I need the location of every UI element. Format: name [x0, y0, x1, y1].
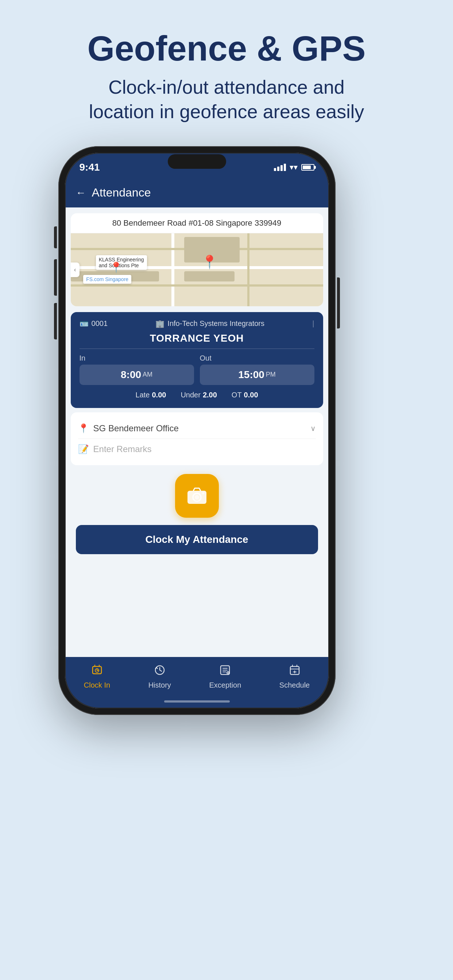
dynamic-island: [168, 154, 226, 169]
info-card: 🪪 0001 🏢 Info-Tech Systems Integrators |…: [71, 312, 323, 408]
svg-point-2: [195, 495, 199, 500]
clock-in-tab-icon: [91, 664, 103, 679]
map-container[interactable]: KLASS Engineeringand Solutions Pte FS.co…: [71, 233, 323, 306]
page-title: Geofence & GPS: [88, 29, 366, 68]
map-pin-blue: 📍: [110, 261, 123, 274]
employee-id-item: 🪪 0001: [80, 320, 108, 328]
clock-out-box: Out 15:00 PM: [200, 354, 314, 385]
location-icon: 📍: [78, 423, 89, 433]
clock-my-attendance-button[interactable]: Clock My Attendance: [76, 525, 318, 554]
nav-title: Attendance: [92, 186, 151, 199]
ot-label: OT: [231, 391, 242, 399]
back-button[interactable]: ←: [76, 187, 86, 199]
info-meta: 🪪 0001 🏢 Info-Tech Systems Integrators |: [80, 320, 314, 328]
map-background: KLASS Engineeringand Solutions Pte FS.co…: [71, 233, 323, 306]
page-wrapper: Geofence & GPS Clock-in/out attendance a…: [58, 29, 395, 715]
svg-point-3: [202, 492, 204, 495]
map-address: 80 Bendemeer Road #01-08 Singapore 33994…: [71, 213, 323, 233]
signal-icon: [274, 164, 286, 171]
clock-in-ampm: AM: [143, 371, 152, 379]
tab-exception-label: Exception: [209, 681, 241, 689]
main-content: 80 Bendemeer Road #01-08 Singapore 33994…: [65, 207, 329, 657]
camera-section: [65, 474, 329, 518]
ot-stat: OT 0.00: [231, 391, 258, 399]
volume-up-button: [54, 259, 57, 296]
late-stat: Late 0.00: [136, 391, 166, 399]
map-road: [71, 285, 323, 286]
tab-schedule[interactable]: Schedule: [279, 664, 309, 689]
stats-row: Late 0.00 Under 2.00 OT 0.00: [80, 391, 314, 399]
under-label: Under: [180, 391, 200, 399]
clock-out-time[interactable]: 15:00 PM: [200, 364, 314, 385]
home-indicator: [65, 700, 329, 708]
map-road: [171, 233, 174, 306]
ot-value: 0.00: [244, 391, 258, 399]
tab-clock-in-label: Clock In: [84, 681, 110, 689]
tab-history-label: History: [148, 681, 171, 689]
volume-down-button: [54, 303, 57, 339]
time-row: In 8:00 AM Out 15:00 PM: [80, 354, 314, 385]
map-road: [247, 233, 249, 306]
phone-screen: 9:41 ▾▾ ← Attendance: [65, 153, 329, 708]
power-button: [337, 277, 340, 328]
tab-bar: Clock In History: [65, 657, 329, 700]
under-value: 2.00: [203, 391, 217, 399]
wifi-icon: ▾▾: [290, 162, 298, 172]
schedule-tab-icon: [289, 664, 301, 679]
status-time: 9:41: [80, 162, 100, 173]
home-bar: [164, 700, 230, 703]
bottom-spacer: [65, 560, 329, 657]
company-name: Info-Tech Systems Integrators: [167, 320, 265, 328]
id-icon: 🪪: [80, 320, 89, 328]
status-icons: ▾▾: [274, 162, 314, 172]
late-value: 0.00: [152, 391, 166, 399]
battery-icon: [301, 164, 314, 170]
volume-silent-button: [54, 226, 57, 248]
clock-btn-section: Clock My Attendance: [65, 525, 329, 560]
tab-history[interactable]: History: [148, 664, 171, 689]
remarks-icon: 📝: [78, 444, 89, 454]
history-tab-icon: [154, 664, 166, 679]
exception-tab-icon: [219, 664, 231, 679]
under-stat: Under 2.00: [180, 391, 217, 399]
company-icon: 🏢: [155, 320, 164, 328]
clock-in-time[interactable]: 8:00 AM: [80, 364, 194, 385]
camera-icon: [186, 485, 208, 507]
page-header: Geofence & GPS Clock-in/out attendance a…: [58, 29, 395, 124]
form-section: 📍 SG Bendemeer Office ∨ 📝 Enter Remarks: [71, 412, 323, 465]
nav-header: ← Attendance: [65, 178, 329, 207]
tab-schedule-label: Schedule: [279, 681, 309, 689]
phone-frame: 9:41 ▾▾ ← Attendance: [58, 146, 335, 715]
camera-button[interactable]: [175, 474, 219, 518]
clock-in-value: 8:00: [121, 369, 141, 380]
employee-id: 0001: [91, 320, 108, 328]
tab-clock-in[interactable]: Clock In: [84, 664, 110, 689]
map-pin-red: 📍: [201, 255, 218, 270]
tab-exception[interactable]: Exception: [209, 664, 241, 689]
remarks-placeholder: Enter Remarks: [93, 444, 316, 454]
map-block: [184, 271, 234, 282]
location-field[interactable]: 📍 SG Bendemeer Office ∨: [78, 418, 316, 439]
clock-out-value: 15:00: [238, 369, 265, 380]
chevron-down-icon: ∨: [310, 424, 316, 433]
out-label: Out: [200, 354, 314, 363]
map-section: 80 Bendemeer Road #01-08 Singapore 33994…: [71, 213, 323, 306]
info-divider: |: [312, 320, 314, 328]
location-label: SG Bendemeer Office: [93, 423, 310, 433]
late-label: Late: [136, 391, 150, 399]
page-subtitle: Clock-in/out attendance andlocation in g…: [88, 75, 366, 124]
map-collapse-button[interactable]: ‹: [71, 262, 80, 277]
map-label-fs: FS.com Singapore: [83, 275, 131, 284]
clock-out-ampm: PM: [266, 371, 276, 379]
clock-in-box: In 8:00 AM: [80, 354, 194, 385]
company-item: 🏢 Info-Tech Systems Integrators: [155, 320, 265, 328]
employee-name: TORRANCE YEOH: [80, 332, 314, 349]
in-label: In: [80, 354, 194, 363]
remarks-field[interactable]: 📝 Enter Remarks: [78, 439, 316, 460]
